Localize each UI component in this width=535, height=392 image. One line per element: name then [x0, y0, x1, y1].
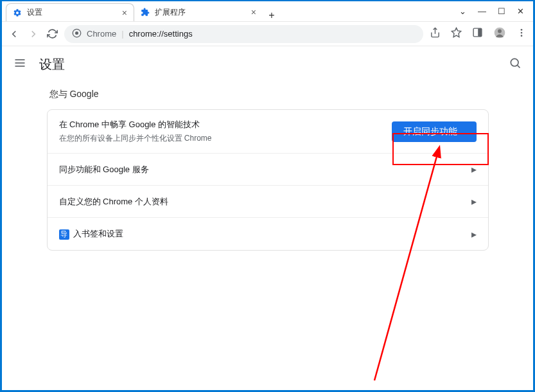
chrome-icon	[72, 28, 82, 40]
share-icon[interactable]	[430, 27, 441, 40]
tab-title: 设置	[27, 7, 117, 18]
sync-promo-subtitle: 在您的所有设备上同步并个性化设置 Chrome	[59, 133, 392, 144]
maximize-button[interactable]: ☐	[498, 6, 505, 16]
new-tab-button[interactable]: +	[263, 10, 281, 21]
customize-profile-row[interactable]: 自定义您的 Chrome 个人资料 ▸	[48, 186, 488, 218]
tab-title: 扩展程序	[155, 7, 246, 18]
chevron-right-icon: ▸	[471, 195, 477, 208]
svg-line-13	[518, 66, 520, 68]
forward-button[interactable]	[28, 28, 39, 40]
content-header: 设置	[2, 46, 533, 82]
svg-point-6	[521, 29, 523, 31]
svg-point-8	[521, 35, 523, 37]
tab-extensions[interactable]: 扩展程序 ×	[134, 3, 263, 21]
hamburger-icon[interactable]	[13, 57, 26, 72]
sync-promo-title: 在 Chrome 中畅享 Google 的智能技术	[59, 119, 392, 130]
svg-point-5	[498, 29, 502, 33]
minimize-button[interactable]: ―	[478, 6, 486, 16]
tab-settings[interactable]: 设置 ×	[6, 3, 134, 21]
chevron-right-icon: ▸	[471, 163, 477, 175]
bookmark-icon[interactable]	[451, 27, 462, 40]
svg-point-12	[511, 58, 518, 66]
url-separator: |	[121, 29, 123, 39]
page-title: 设置	[39, 56, 496, 73]
svg-rect-3	[478, 28, 482, 37]
close-window-button[interactable]: ✕	[517, 6, 524, 16]
search-icon[interactable]	[509, 57, 522, 72]
turn-on-sync-button[interactable]: 开启同步功能...	[392, 121, 476, 142]
row-label: 自定义您的 Chrome 个人资料	[59, 196, 471, 208]
chevron-down-icon[interactable]: ⌄	[459, 6, 466, 16]
settings-content: 您与 Google 在 Chrome 中畅享 Google 的智能技术 在您的所…	[2, 82, 533, 251]
row-label: 入书签和设置	[73, 229, 123, 238]
panel-icon[interactable]	[472, 27, 483, 40]
row-label: 同步功能和 Google 服务	[59, 164, 471, 175]
svg-point-1	[75, 31, 78, 35]
browser-toolbar: Chrome | chrome://settings	[2, 22, 533, 46]
back-button[interactable]	[8, 28, 20, 40]
url-path: chrome://settings	[129, 29, 193, 39]
chevron-right-icon: ▸	[471, 228, 477, 240]
address-bar[interactable]: Chrome | chrome://settings	[64, 25, 423, 43]
menu-icon[interactable]	[516, 28, 527, 40]
svg-point-7	[521, 31, 523, 33]
sync-promo-row: 在 Chrome 中畅享 Google 的智能技术 在您的所有设备上同步并个性化…	[48, 110, 488, 154]
reload-button[interactable]	[47, 28, 58, 40]
settings-card: 在 Chrome 中畅享 Google 的智能技术 在您的所有设备上同步并个性化…	[47, 109, 489, 251]
profile-icon[interactable]	[493, 26, 506, 42]
close-icon[interactable]: ×	[251, 7, 256, 17]
url-app-label: Chrome	[87, 29, 116, 39]
gear-icon	[13, 8, 22, 17]
extension-icon	[141, 8, 150, 17]
import-icon: 导	[59, 229, 69, 240]
import-bookmarks-row[interactable]: 导入书签和设置 ▸	[48, 218, 488, 250]
window-controls: ⌄ ― ☐ ✕	[450, 1, 533, 21]
close-icon[interactable]: ×	[122, 8, 127, 18]
browser-tabs: 设置 × 扩展程序 × +	[2, 1, 450, 21]
sync-services-row[interactable]: 同步功能和 Google 服务 ▸	[48, 154, 488, 186]
section-title: 您与 Google	[47, 89, 489, 109]
